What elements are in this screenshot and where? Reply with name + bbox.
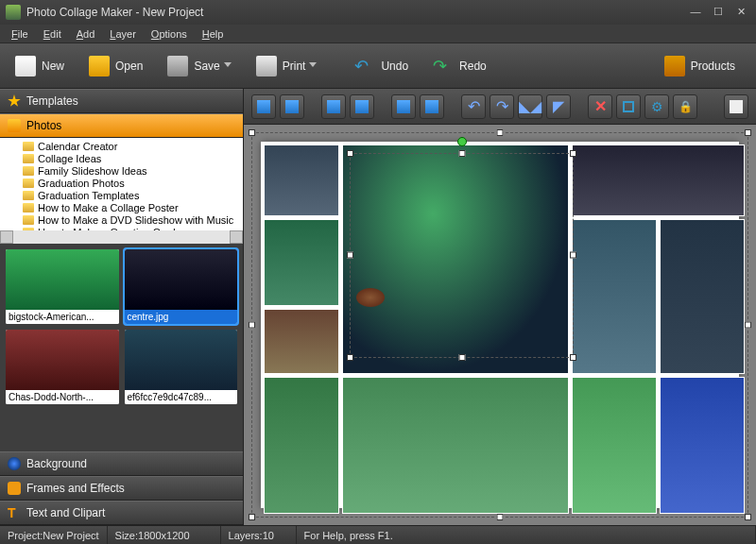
resize-handle[interactable] (570, 150, 576, 157)
gear-icon: ⚙ (651, 99, 663, 114)
bring-front-icon (257, 100, 270, 113)
resize-handle[interactable] (249, 514, 255, 520)
thumbnail[interactable]: bigstock-American... (6, 249, 119, 324)
folder-tree[interactable]: Calendar CreatorCollage IdeasFamily Slid… (0, 138, 243, 244)
products-icon (664, 56, 685, 76)
horizontal-scrollbar[interactable] (0, 230, 243, 244)
menu-file[interactable]: File (4, 26, 36, 42)
window-title: Photo Collage Maker - New Project (26, 6, 203, 19)
backward-button[interactable] (350, 94, 374, 119)
thumbnail[interactable]: ef6fcc7e9dc47c89... (125, 330, 238, 404)
titlebar: Photo Collage Maker - New Project — ☐ ✕ (0, 0, 756, 25)
delete-button[interactable]: ✕ (588, 94, 612, 119)
menu-edit[interactable]: Edit (36, 26, 69, 42)
edit-toolbar: ↶ ↷ ◣◢ ◤ ✕ ⚙ 🔒 (244, 89, 756, 125)
templates-header[interactable]: Templates (0, 89, 243, 113)
tree-item[interactable]: How to Make a Collage Poster (23, 201, 243, 213)
chevron-down-icon (224, 62, 232, 70)
scroll-left-button[interactable] (0, 230, 13, 244)
background-header[interactable]: Background (0, 451, 243, 476)
resize-handle[interactable] (570, 252, 576, 259)
resize-handle[interactable] (347, 150, 353, 157)
folder-icon (23, 154, 34, 163)
redo-button[interactable]: ↷Redo (423, 49, 496, 83)
align-button[interactable] (391, 94, 416, 119)
page-button[interactable] (724, 94, 748, 119)
minimize-button[interactable]: — (686, 6, 705, 19)
menu-layer[interactable]: Layer (102, 26, 144, 42)
rotate-left-button[interactable]: ↶ (461, 94, 486, 119)
app-icon (6, 5, 21, 20)
flip-h-button[interactable]: ◣◢ (518, 94, 542, 119)
rotate-right-icon: ↷ (496, 97, 508, 115)
resize-handle[interactable] (745, 514, 751, 520)
menu-add[interactable]: Add (69, 26, 103, 42)
tree-item[interactable]: How to Make a DVD Slideshow with Music (23, 213, 243, 226)
thumbnail[interactable]: Chas-Dodd-North-... (6, 330, 119, 404)
forward-button[interactable] (321, 94, 346, 119)
background-icon (8, 457, 21, 470)
rotate-left-icon: ↶ (468, 97, 480, 115)
flip-v-button[interactable]: ◤ (546, 94, 571, 119)
tree-item[interactable]: Calendar Creator (23, 140, 243, 152)
distribute-button[interactable] (420, 94, 444, 119)
rotate-handle[interactable] (457, 137, 467, 146)
products-button[interactable]: Products (655, 49, 745, 83)
undo-button[interactable]: ↶Undo (345, 49, 418, 83)
resize-handle[interactable] (347, 354, 353, 361)
resize-handle[interactable] (745, 322, 751, 329)
send-back-icon (285, 100, 299, 113)
menubar: File Edit Add Layer Options Help (0, 25, 756, 43)
image-selection[interactable] (350, 153, 575, 358)
resize-handle[interactable] (347, 252, 353, 259)
resize-handle[interactable] (249, 322, 255, 329)
print-button[interactable]: Print (247, 49, 327, 83)
resize-handle[interactable] (570, 354, 576, 361)
resize-handle[interactable] (458, 354, 465, 361)
close-button[interactable]: ✕ (731, 6, 750, 19)
scroll-right-button[interactable] (230, 230, 243, 244)
align-icon (397, 100, 410, 113)
thumbnail-label: centre.jpg (125, 310, 238, 324)
star-icon (8, 94, 21, 108)
lock-button[interactable]: 🔒 (673, 94, 697, 119)
status-help: For Help, press F1. (297, 526, 756, 544)
rotate-right-button[interactable]: ↷ (490, 94, 514, 119)
resize-handle[interactable] (458, 150, 465, 157)
tree-item[interactable]: Family Slideshow Ideas (23, 164, 243, 177)
save-button[interactable]: Save (158, 49, 240, 83)
canvas-viewport[interactable] (244, 125, 756, 525)
text-header[interactable]: TText and Clipart (0, 501, 243, 525)
settings-button[interactable]: ⚙ (644, 94, 669, 119)
lock-icon: 🔒 (679, 100, 693, 113)
print-icon (256, 56, 277, 76)
menu-help[interactable]: Help (195, 26, 232, 42)
maximize-button[interactable]: ☐ (709, 6, 728, 19)
open-button[interactable]: Open (79, 49, 152, 83)
thumbnail-label: ef6fcc7e9dc47c89... (125, 390, 238, 404)
resize-handle[interactable] (745, 129, 751, 136)
thumbnail[interactable]: centre.jpg (125, 249, 238, 324)
tree-item[interactable]: Graduation Photos (23, 177, 243, 189)
photos-header[interactable]: Photos (0, 113, 243, 138)
tree-item[interactable]: Collage Ideas (23, 152, 243, 164)
canvas[interactable] (261, 142, 739, 508)
resize-handle[interactable] (497, 129, 504, 136)
sidebar: Templates Photos Calendar CreatorCollage… (0, 89, 244, 525)
thumbnail-label: bigstock-American... (6, 310, 119, 324)
thumbnail-image (125, 330, 238, 390)
folder-icon (23, 166, 34, 176)
frames-header[interactable]: Frames and Effects (0, 476, 243, 501)
tree-item[interactable]: Graduation Templates (23, 189, 243, 201)
app-window: Photo Collage Maker - New Project — ☐ ✕ … (0, 0, 756, 544)
folder-icon (23, 178, 34, 188)
flip-v-icon: ◤ (553, 97, 564, 115)
resize-handle[interactable] (497, 514, 504, 520)
crop-button[interactable] (616, 94, 641, 119)
resize-handle[interactable] (249, 129, 255, 136)
send-back-button[interactable] (280, 94, 304, 119)
bring-front-button[interactable] (251, 94, 276, 119)
menu-options[interactable]: Options (144, 26, 195, 42)
new-button[interactable]: New (6, 49, 74, 83)
backward-icon (355, 100, 369, 113)
